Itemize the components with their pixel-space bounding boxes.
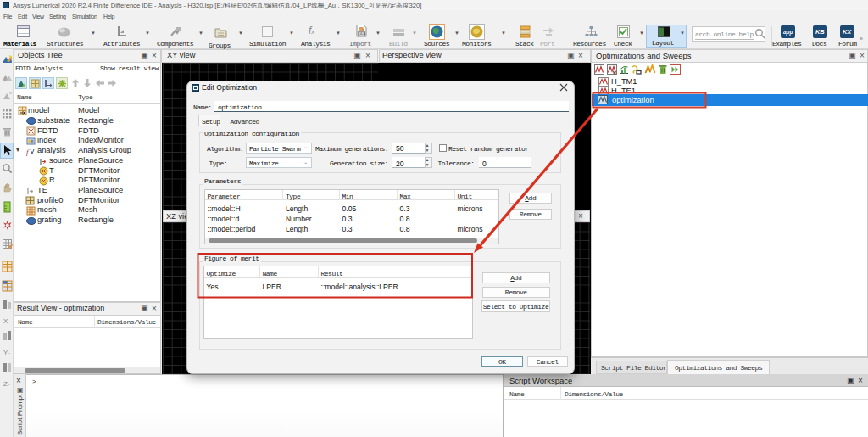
svg-text:f: f xyxy=(26,148,30,156)
svg-text:GDS: GDS xyxy=(359,31,365,36)
